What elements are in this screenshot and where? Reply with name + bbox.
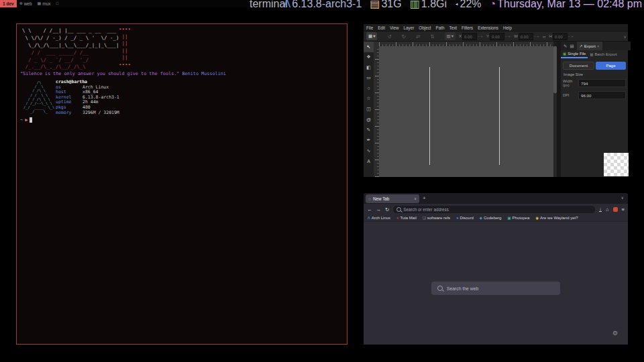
- reload-button[interactable]: ↻: [385, 206, 389, 213]
- box3d-tool-button[interactable]: ◫: [364, 104, 374, 115]
- swatches-dialog-tab-icon[interactable]: ▤: [570, 44, 574, 49]
- rotate-cw-icon[interactable]: ↻: [402, 34, 406, 40]
- newtab-search-box[interactable]: Search the web: [431, 282, 560, 295]
- codeberg-icon: ◆: [480, 216, 482, 220]
- active-tab[interactable]: ○ New Tab ×: [366, 194, 419, 203]
- new-tab-page: Search the web ⚙: [364, 222, 628, 345]
- exclamation-ascii-art: •••• || || || || ••••: [119, 26, 131, 68]
- tab-batch-export[interactable]: ▦Batch Export: [588, 50, 619, 58]
- downloads-button[interactable]: ↓: [599, 206, 602, 212]
- text-cursor: [30, 117, 32, 123]
- pen-dialog-tab-icon[interactable]: ✎: [564, 44, 567, 49]
- personalize-gear-icon[interactable]: ⚙: [612, 330, 618, 337]
- workspace-2-web[interactable]: ⊕web: [17, 0, 35, 7]
- dpi-row: DPI 96.00: [561, 91, 628, 99]
- tab-close-icon[interactable]: ×: [414, 196, 417, 201]
- selector-tool-button[interactable]: ↖: [364, 42, 374, 52]
- search-icon: [437, 286, 443, 291]
- workspace-3-mux[interactable]: ▦mux: [35, 0, 54, 7]
- prompt-path: ~: [20, 117, 23, 123]
- adblock-extension-icon[interactable]: [613, 207, 618, 212]
- x-coordinate-field[interactable]: X0.00−+: [459, 33, 483, 40]
- terminal-multiplexer-icon: ▦: [38, 0, 42, 7]
- menu-extensions[interactable]: Extensions: [478, 25, 498, 30]
- width-field[interactable]: W0.00−+: [514, 33, 539, 40]
- discord-icon: ●: [456, 216, 458, 220]
- close-icon[interactable]: ×: [597, 44, 600, 48]
- back-button[interactable]: ←: [367, 206, 372, 213]
- bookmark-are-we-wayland-yet[interactable]: ◉Are we Wayland yet?: [535, 216, 578, 220]
- bookmark-discord[interactable]: ●Discord: [456, 216, 474, 220]
- quote-text: "Silence is the only answer you should g…: [20, 71, 179, 76]
- browser-window[interactable]: ○ New Tab × + ∨ ← → ↻ Search or enter ad…: [364, 193, 628, 345]
- menu-object[interactable]: Object: [419, 25, 431, 30]
- workspace-4-empty[interactable]: □: [54, 0, 62, 7]
- tab-single-file[interactable]: ▣Single File: [561, 50, 588, 58]
- export-dialog-panel: ✎ ▤ ↗Export× ▣Single File ▦Batch Export …: [561, 42, 628, 177]
- bookmark-photopea[interactable]: ▣Photopea: [507, 216, 529, 220]
- address-bar[interactable]: Search or enter address: [393, 206, 595, 213]
- batch-export-icon: ▦: [590, 52, 593, 56]
- ellipse-tool-button[interactable]: ○: [364, 83, 374, 94]
- menu-layer[interactable]: Layer: [404, 25, 415, 30]
- pen-tool-button[interactable]: ✒: [364, 135, 374, 146]
- quote-line: "Silence is the only answer you should g…: [20, 71, 226, 76]
- menu-path[interactable]: Path: [436, 25, 445, 30]
- home-button[interactable]: ⌂: [606, 206, 609, 213]
- new-tab-button[interactable]: +: [423, 195, 426, 201]
- selection-mode-dropdown[interactable]: ▦▾: [366, 32, 377, 40]
- inkscape-canvas[interactable]: [379, 46, 553, 177]
- shell-prompt[interactable]: ~ ▶: [20, 117, 32, 123]
- vertical-ruler[interactable]: [374, 46, 379, 177]
- menu-filters[interactable]: Filters: [462, 25, 473, 30]
- text-tool-button[interactable]: A: [364, 156, 374, 167]
- flip-vertical-icon[interactable]: ⇅: [430, 34, 434, 40]
- inkscape-window[interactable]: File Edit View Layer Object Path Text Fi…: [364, 24, 628, 177]
- flip-horizontal-icon[interactable]: ⇄: [416, 34, 420, 40]
- bookmark-arch-linux[interactable]: ΛArch Linux: [368, 216, 390, 220]
- menu-help[interactable]: Help: [503, 25, 512, 30]
- y-coordinate-field[interactable]: Y0.00−+: [486, 33, 511, 40]
- dropdown-arrow-icon: ▾: [451, 34, 453, 39]
- folder-icon: ❏: [423, 216, 426, 220]
- export-dpi-input[interactable]: 96.00: [578, 91, 626, 99]
- volume-module[interactable]: ◄22%: [455, 0, 481, 10]
- calligraphy-tool-button[interactable]: ∿: [364, 145, 374, 156]
- align-dropdown[interactable]: ▥▾: [445, 32, 455, 40]
- pencil-tool-button[interactable]: ✎: [364, 125, 374, 135]
- toolbar-overflow-chevron-icon[interactable]: ∨: [624, 34, 627, 39]
- star-tool-button[interactable]: ☆: [364, 94, 374, 105]
- bookmark-tuta-mail[interactable]: ●Tuta Mail: [396, 216, 417, 220]
- page-button[interactable]: Page: [596, 62, 626, 70]
- page-left-border: [429, 67, 430, 165]
- menu-button[interactable]: ≡: [622, 206, 625, 213]
- shape-builder-tool-button[interactable]: ◧: [364, 62, 374, 73]
- horizontal-ruler[interactable]: [379, 42, 553, 46]
- globe-icon: ⊕: [19, 0, 23, 7]
- spinner-minus: −: [534, 34, 537, 38]
- menu-edit[interactable]: Edit: [378, 25, 385, 30]
- export-width-input[interactable]: 794: [578, 79, 626, 87]
- memory-module: ▥1.8Gi: [410, 0, 447, 10]
- photopea-icon: ▣: [507, 216, 511, 220]
- arch-ascii-logo: /\ / \ / /\ \ / / \ \ / / /\ \ \ / /_/--…: [23, 80, 54, 114]
- bookmark-codeberg[interactable]: ◆Codeberg: [480, 216, 502, 220]
- list-tabs-chevron-icon[interactable]: ∨: [621, 195, 624, 200]
- rotate-ccw-icon[interactable]: ↺: [387, 34, 391, 40]
- menu-text[interactable]: Text: [449, 25, 458, 30]
- width-unit-label: (px): [563, 83, 570, 87]
- bookmark-folder-software-refs[interactable]: ❏software refs: [423, 216, 450, 220]
- spiral-tool-button[interactable]: @: [364, 115, 374, 125]
- height-field[interactable]: H0.00−+: [549, 33, 573, 40]
- inkscape-toolbox: ↖ ❖ ◧ ▭ ○ ☆ ◫ @ ✎ ✒ ∿ A: [364, 42, 374, 177]
- node-tool-button[interactable]: ❖: [364, 52, 374, 63]
- export-dialog-tab[interactable]: ↗Export×: [577, 42, 602, 50]
- lock-ratio-icon[interactable]: ∞: [543, 34, 546, 39]
- workspace-1-dev[interactable]: 1 dev: [0, 0, 17, 7]
- document-button[interactable]: Document: [563, 62, 594, 70]
- terminal-window[interactable]: \ \ / /__| |__ ___ _ __ ___ \ \/\/ / -_)…: [16, 23, 347, 345]
- menu-view[interactable]: View: [390, 25, 399, 30]
- rectangle-tool-button[interactable]: ▭: [364, 73, 374, 84]
- menu-file[interactable]: File: [366, 25, 373, 30]
- forward-button[interactable]: →: [376, 206, 382, 213]
